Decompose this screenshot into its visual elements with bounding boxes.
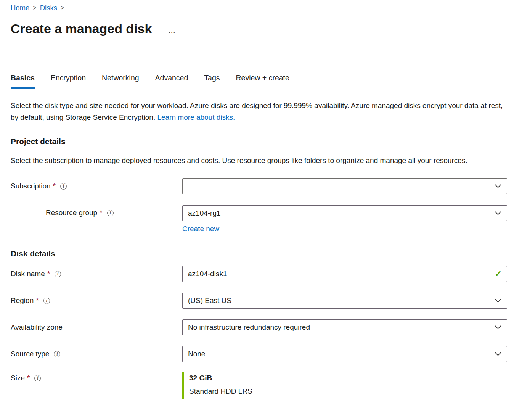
subscription-dropdown[interactable] xyxy=(182,178,507,194)
resource-group-dropdown[interactable]: az104-rg1 xyxy=(182,205,507,221)
availability-zone-value: No infrastructure redundancy required xyxy=(188,323,310,331)
source-type-dropdown[interactable]: None xyxy=(182,346,507,362)
info-icon[interactable]: i xyxy=(54,351,60,357)
create-managed-disk-page: Home > Disks > Create a managed disk ...… xyxy=(0,0,514,399)
more-options-button[interactable]: ... xyxy=(169,27,176,34)
required-marker: * xyxy=(100,209,102,217)
breadcrumb-separator: > xyxy=(61,5,64,11)
connector-line xyxy=(18,195,41,213)
source-type-label: Source type i xyxy=(11,350,182,358)
info-icon[interactable]: i xyxy=(107,210,114,216)
info-icon[interactable]: i xyxy=(43,298,50,304)
region-value: (US) East US xyxy=(188,296,231,305)
required-marker: * xyxy=(27,374,30,382)
tab-advanced[interactable]: Advanced xyxy=(155,74,188,89)
availability-zone-row: Availability zone No infrastructure redu… xyxy=(11,319,507,335)
tab-tags[interactable]: Tags xyxy=(204,74,220,89)
required-marker: * xyxy=(36,296,39,305)
availability-zone-label-text: Availability zone xyxy=(11,323,63,331)
source-type-label-text: Source type xyxy=(11,350,49,358)
size-row: Size * i 32 GiB Standard HDD LRS xyxy=(11,372,507,399)
size-summary: 32 GiB Standard HDD LRS xyxy=(182,372,507,399)
size-label-text: Size xyxy=(11,374,25,382)
size-label: Size * i xyxy=(11,374,182,382)
availability-zone-label: Availability zone xyxy=(11,323,182,331)
region-label-text: Region xyxy=(11,296,34,305)
chevron-down-icon xyxy=(495,325,501,330)
title-row: Create a managed disk ... xyxy=(11,21,507,36)
size-sku: Standard HDD LRS xyxy=(189,386,507,397)
region-label: Region * i xyxy=(11,296,182,305)
breadcrumb-disks[interactable]: Disks xyxy=(40,4,57,12)
chevron-down-icon xyxy=(495,298,501,303)
info-icon[interactable]: i xyxy=(34,375,41,381)
tab-basics[interactable]: Basics xyxy=(11,74,35,89)
subscription-label: Subscription * i xyxy=(11,182,182,190)
disk-name-label: Disk name * i xyxy=(11,270,182,278)
source-type-value: None xyxy=(188,350,205,358)
subscription-label-text: Subscription xyxy=(11,182,51,190)
disk-name-label-text: Disk name xyxy=(11,270,45,278)
intro-body: Select the disk type and size needed for… xyxy=(11,101,503,121)
resource-group-row: Resource group * i az104-rg1 Create new xyxy=(11,205,507,233)
resource-group-value: az104-rg1 xyxy=(188,209,221,217)
size-value: 32 GiB xyxy=(189,373,507,383)
breadcrumb: Home > Disks > xyxy=(11,4,507,12)
disk-name-row: Disk name * i ✓ xyxy=(11,266,507,282)
page-title: Create a managed disk xyxy=(11,21,152,36)
project-details-description: Select the subscription to manage deploy… xyxy=(11,154,500,166)
region-row: Region * i (US) East US xyxy=(11,293,507,309)
learn-more-link[interactable]: Learn more about disks. xyxy=(157,113,235,121)
breadcrumb-home[interactable]: Home xyxy=(11,4,29,12)
intro-text: Select the disk type and size needed for… xyxy=(11,100,505,123)
disk-details-heading: Disk details xyxy=(11,249,507,258)
info-icon[interactable]: i xyxy=(55,271,61,277)
region-dropdown[interactable]: (US) East US xyxy=(182,293,507,309)
required-marker: * xyxy=(53,182,56,190)
source-type-row: Source type i None xyxy=(11,346,507,362)
required-marker: * xyxy=(47,270,50,278)
disk-name-input[interactable] xyxy=(182,266,507,282)
chevron-down-icon xyxy=(495,211,501,216)
subscription-row: Subscription * i xyxy=(11,178,507,194)
chevron-down-icon xyxy=(495,352,501,356)
chevron-down-icon xyxy=(495,184,501,188)
tab-bar: Basics Encryption Networking Advanced Ta… xyxy=(11,74,507,89)
availability-zone-dropdown[interactable]: No infrastructure redundancy required xyxy=(182,319,507,335)
breadcrumb-separator: > xyxy=(33,5,36,11)
tab-review-create[interactable]: Review + create xyxy=(236,74,289,89)
tab-encryption[interactable]: Encryption xyxy=(51,74,86,89)
resource-group-label-text: Resource group xyxy=(46,209,97,217)
project-details-heading: Project details xyxy=(11,137,507,146)
create-new-resource-group-link[interactable]: Create new xyxy=(182,225,219,233)
tab-networking[interactable]: Networking xyxy=(102,74,139,89)
info-icon[interactable]: i xyxy=(60,183,67,190)
